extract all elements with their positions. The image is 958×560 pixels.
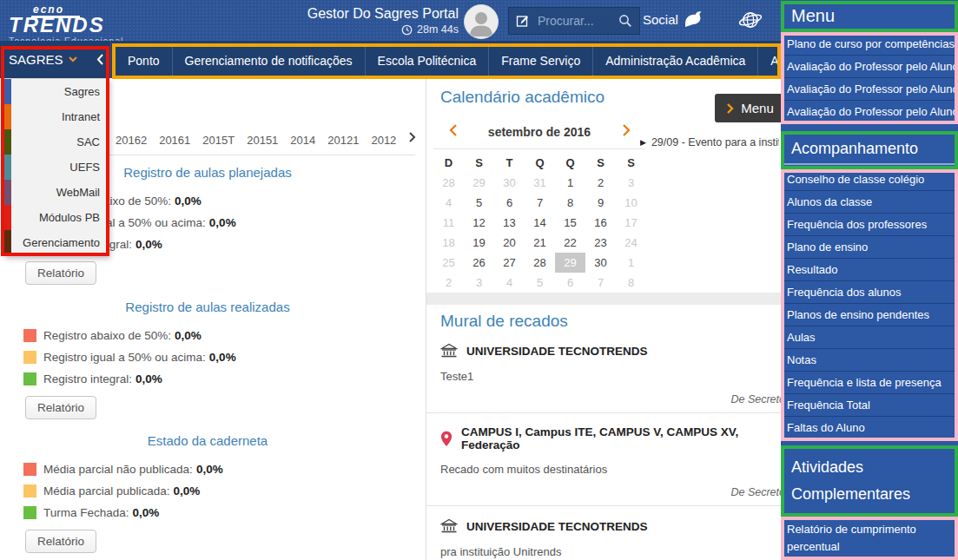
sidebar-dropdown-item[interactable]: Sagres — [4, 79, 108, 104]
sidebar-dropdown-item[interactable]: SAC — [4, 129, 108, 155]
calendar-day[interactable]: 18 — [433, 233, 464, 253]
report-button[interactable]: Relatório — [25, 530, 96, 553]
calendar-day[interactable]: 2 — [433, 273, 464, 293]
term-tab[interactable]: 20162 — [116, 134, 147, 149]
search-icon[interactable] — [618, 14, 632, 28]
calendar-day[interactable]: 29 — [464, 173, 494, 193]
calendar-day[interactable]: 6 — [494, 193, 525, 213]
calendar-day[interactable]: 30 — [494, 173, 525, 193]
calendar-day[interactable]: 3 — [616, 173, 646, 193]
calendar-day[interactable]: 8 — [616, 273, 646, 293]
calendar-day[interactable]: 2 — [585, 173, 616, 193]
globe-icon[interactable] — [737, 7, 763, 33]
nav-tab[interactable]: Ponto — [116, 43, 173, 78]
post-author: De Secreto — [440, 486, 785, 498]
chevron-left-icon[interactable] — [449, 124, 457, 136]
sidebar-dropdown-item[interactable]: Módulos PB — [4, 205, 108, 230]
calendar-day[interactable]: 17 — [616, 213, 646, 233]
panel-menu-item[interactable]: Frequência dos professores — [781, 214, 958, 236]
calendar-day[interactable]: 7 — [585, 273, 616, 293]
panel-menu-item[interactable]: Conselho de classe colégio — [781, 168, 958, 191]
color-stripe-icon — [4, 129, 11, 155]
term-tab[interactable]: 20151 — [247, 134, 278, 149]
menu-toggle-button[interactable]: Menu — [715, 94, 786, 122]
calendar-day[interactable]: 14 — [525, 213, 555, 233]
nav-tab[interactable]: Avaliação Institucional — [758, 43, 781, 78]
calendar-day[interactable]: 16 — [585, 213, 616, 233]
panel-menu-item[interactable]: Frequência Total — [781, 394, 958, 417]
calendar-day[interactable]: 27 — [494, 253, 525, 273]
calendar-day[interactable]: 15 — [555, 213, 585, 233]
panel-menu-item[interactable]: Avaliação do Professor pelo Aluno — [781, 101, 958, 123]
calendar-day[interactable]: 12 — [464, 213, 494, 233]
panel-menu-item[interactable]: Plano de ensino — [781, 236, 958, 259]
user-name[interactable]: Gestor Do Sagres Portal — [287, 6, 459, 22]
panel-menu-item[interactable]: Avaliação do Professor pelo Aluno — [781, 56, 958, 78]
calendar-day[interactable]: 28 — [525, 253, 555, 273]
calendar-day[interactable]: 4 — [433, 193, 464, 213]
panel-menu-item[interactable]: Alunos da classe — [781, 191, 958, 214]
sidebar-header[interactable]: SAGRES — [0, 41, 111, 78]
panel-menu-item[interactable]: Faltas do Aluno — [781, 417, 958, 439]
panel-menu-item[interactable]: Notas — [781, 349, 958, 372]
panel-menu-item[interactable]: Planos de ensino pendentes — [781, 304, 958, 326]
term-tab[interactable]: 2012 — [371, 134, 396, 149]
calendar-day[interactable]: 1 — [616, 253, 646, 273]
calendar-day[interactable]: 6 — [555, 273, 585, 293]
term-tab[interactable]: 20121 — [327, 134, 359, 149]
avatar[interactable] — [464, 4, 499, 39]
calendar-day[interactable]: 20 — [494, 233, 525, 253]
calendar-day[interactable]: 8 — [555, 193, 585, 213]
dove-icon[interactable] — [683, 9, 707, 31]
calendar-day[interactable]: 29 — [555, 253, 585, 273]
nav-tab[interactable]: Administração Acadêmica — [593, 43, 758, 78]
report-button[interactable]: Relatório — [25, 396, 96, 419]
legend-label: Média parcial não publicada: — [43, 463, 193, 476]
nav-tab[interactable]: Escola Politécnica — [366, 43, 490, 78]
report-button[interactable]: Relatório — [25, 261, 96, 285]
panel-menu-item[interactable]: Resultado — [781, 259, 958, 281]
sidebar-dropdown-item[interactable]: Gerenciamento — [4, 230, 108, 255]
panel-menu-item[interactable]: Frequência dos alunos — [781, 281, 958, 304]
nav-tab[interactable]: Gerenciamento de notificações — [173, 43, 366, 78]
term-tab[interactable]: 2014 — [290, 134, 315, 149]
calendar-day[interactable]: 3 — [464, 273, 494, 293]
term-tab[interactable]: 2015T — [202, 134, 235, 149]
calendar-day[interactable]: 24 — [616, 233, 646, 253]
calendar-day[interactable]: 19 — [464, 233, 494, 253]
panel-menu-item[interactable]: Aulas — [781, 326, 958, 349]
panel-menu-item[interactable]: Frequência e lista de presença — [781, 372, 958, 394]
calendar-day[interactable]: 4 — [494, 273, 525, 293]
sidebar-dropdown-item[interactable]: WebMail — [4, 180, 108, 205]
term-tab[interactable]: 20161 — [159, 134, 190, 149]
calendar-day[interactable]: 26 — [464, 253, 494, 273]
calendar-event[interactable]: ▶ 29/09 - Evento para a institu — [640, 136, 779, 148]
calendar-day[interactable]: 28 — [433, 173, 464, 193]
calendar-day[interactable]: 10 — [616, 193, 646, 213]
calendar-day[interactable]: 13 — [494, 213, 525, 233]
chevron-right-icon[interactable] — [409, 132, 416, 142]
calendar-day[interactable]: 1 — [555, 173, 585, 193]
calendar-day[interactable]: 31 — [525, 173, 555, 193]
sidebar-title[interactable]: SAGRES — [9, 52, 77, 67]
calendar-day[interactable]: 21 — [525, 233, 555, 253]
calendar-day[interactable]: 5 — [525, 273, 555, 293]
chevron-right-icon[interactable] — [623, 124, 631, 136]
calendar-day[interactable]: 11 — [433, 213, 464, 233]
search-input[interactable] — [536, 13, 612, 29]
calendar-day[interactable]: 5 — [464, 193, 494, 213]
calendar-day[interactable]: 22 — [555, 233, 585, 253]
nav-tab[interactable]: Frame Serviço — [489, 43, 593, 78]
calendar-day[interactable]: 30 — [585, 253, 616, 273]
panel-menu-item[interactable]: Plano de curso por competências — [781, 33, 958, 56]
sidebar-dropdown-item[interactable]: Intranet — [4, 104, 108, 129]
panel-menu-item[interactable]: Relatório de cumprimento percentual — [781, 519, 958, 560]
calendar-day[interactable]: 23 — [585, 233, 616, 253]
calendar-day[interactable]: 25 — [433, 253, 464, 273]
social-link[interactable]: Social — [643, 12, 678, 27]
calendar-day[interactable]: 7 — [525, 193, 555, 213]
calendar-day[interactable]: 9 — [585, 193, 616, 213]
panel-menu-item[interactable]: Avaliação do Professor pelo Aluno — [781, 78, 958, 101]
chevron-left-icon[interactable] — [96, 54, 103, 65]
sidebar-dropdown-item[interactable]: UEFS — [4, 155, 108, 180]
